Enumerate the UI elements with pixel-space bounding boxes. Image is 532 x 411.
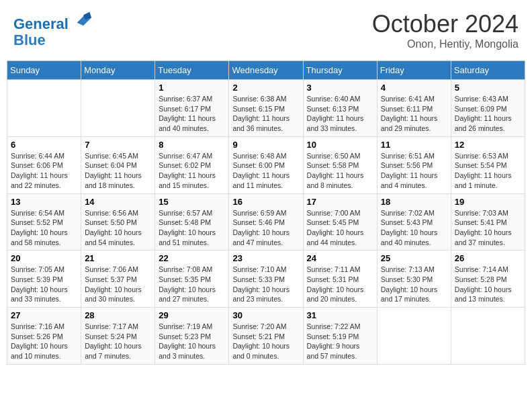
day-number: 10 xyxy=(307,140,373,150)
calendar-cell: 21Sunrise: 7:06 AM Sunset: 5:37 PM Dayli… xyxy=(81,250,155,308)
day-number: 6 xyxy=(11,140,77,150)
day-info: Sunrise: 7:17 AM Sunset: 5:24 PM Dayligh… xyxy=(85,322,151,361)
calendar-cell xyxy=(377,308,451,365)
day-number: 15 xyxy=(159,197,225,207)
calendar-cell: 6Sunrise: 6:44 AM Sunset: 6:06 PM Daylig… xyxy=(7,136,81,193)
calendar-cell: 17Sunrise: 7:00 AM Sunset: 5:45 PM Dayli… xyxy=(303,193,377,250)
day-number: 23 xyxy=(232,253,299,263)
day-number: 2 xyxy=(232,83,299,93)
calendar-cell: 12Sunrise: 6:53 AM Sunset: 5:54 PM Dayli… xyxy=(451,136,525,193)
calendar-cell: 16Sunrise: 6:59 AM Sunset: 5:46 PM Dayli… xyxy=(229,193,303,250)
calendar-cell: 25Sunrise: 7:13 AM Sunset: 5:30 PM Dayli… xyxy=(377,250,451,308)
week-row-2: 6Sunrise: 6:44 AM Sunset: 6:06 PM Daylig… xyxy=(7,136,525,193)
day-number: 7 xyxy=(85,140,151,150)
day-number: 28 xyxy=(85,310,151,320)
day-info: Sunrise: 6:54 AM Sunset: 5:52 PM Dayligh… xyxy=(11,208,77,248)
calendar-cell: 11Sunrise: 6:51 AM Sunset: 5:56 PM Dayli… xyxy=(377,136,451,193)
month-title: October 2024 xyxy=(372,10,519,38)
day-info: Sunrise: 7:16 AM Sunset: 5:26 PM Dayligh… xyxy=(11,322,77,361)
calendar-cell xyxy=(81,80,155,137)
calendar-cell: 9Sunrise: 6:48 AM Sunset: 6:00 PM Daylig… xyxy=(229,136,303,193)
calendar-cell: 15Sunrise: 6:57 AM Sunset: 5:48 PM Dayli… xyxy=(155,193,229,250)
calendar-cell xyxy=(7,80,81,137)
day-number: 18 xyxy=(381,197,447,207)
day-number: 30 xyxy=(232,310,299,320)
day-info: Sunrise: 6:53 AM Sunset: 5:54 PM Dayligh… xyxy=(455,151,521,191)
day-info: Sunrise: 7:02 AM Sunset: 5:43 PM Dayligh… xyxy=(381,208,447,248)
day-number: 16 xyxy=(232,197,299,207)
day-info: Sunrise: 7:20 AM Sunset: 5:21 PM Dayligh… xyxy=(232,322,299,361)
day-number: 5 xyxy=(455,83,521,93)
logo-general: General xyxy=(13,15,69,32)
weekday-header-row: SundayMondayTuesdayWednesdayThursdayFrid… xyxy=(7,61,525,80)
calendar-cell: 8Sunrise: 6:47 AM Sunset: 6:02 PM Daylig… xyxy=(155,136,229,193)
day-info: Sunrise: 7:08 AM Sunset: 5:35 PM Dayligh… xyxy=(159,265,225,304)
day-info: Sunrise: 7:03 AM Sunset: 5:41 PM Dayligh… xyxy=(455,208,521,248)
day-number: 13 xyxy=(11,197,77,207)
weekday-header-thursday: Thursday xyxy=(303,61,377,80)
logo-blue: Blue xyxy=(13,32,46,48)
day-info: Sunrise: 6:50 AM Sunset: 5:58 PM Dayligh… xyxy=(307,151,373,191)
day-number: 3 xyxy=(307,83,373,93)
day-info: Sunrise: 7:19 AM Sunset: 5:23 PM Dayligh… xyxy=(159,322,225,361)
logo-bird-icon xyxy=(74,10,93,29)
calendar-cell: 30Sunrise: 7:20 AM Sunset: 5:21 PM Dayli… xyxy=(229,308,303,365)
day-number: 22 xyxy=(159,253,225,263)
day-info: Sunrise: 7:10 AM Sunset: 5:33 PM Dayligh… xyxy=(232,265,299,304)
day-number: 12 xyxy=(455,140,521,150)
day-info: Sunrise: 6:40 AM Sunset: 6:13 PM Dayligh… xyxy=(307,94,373,134)
day-number: 21 xyxy=(85,253,151,263)
day-number: 26 xyxy=(455,253,521,263)
calendar-cell: 22Sunrise: 7:08 AM Sunset: 5:35 PM Dayli… xyxy=(155,250,229,308)
day-number: 24 xyxy=(307,253,373,263)
calendar-cell: 27Sunrise: 7:16 AM Sunset: 5:26 PM Dayli… xyxy=(7,308,81,365)
calendar-cell xyxy=(451,308,525,365)
calendar-cell: 31Sunrise: 7:22 AM Sunset: 5:19 PM Dayli… xyxy=(303,308,377,365)
page-header: General Blue October 2024 Onon, Hentiy, … xyxy=(7,7,525,54)
calendar-cell: 29Sunrise: 7:19 AM Sunset: 5:23 PM Dayli… xyxy=(155,308,229,365)
calendar-cell: 19Sunrise: 7:03 AM Sunset: 5:41 PM Dayli… xyxy=(451,193,525,250)
day-info: Sunrise: 7:13 AM Sunset: 5:30 PM Dayligh… xyxy=(381,265,447,304)
calendar-cell: 28Sunrise: 7:17 AM Sunset: 5:24 PM Dayli… xyxy=(81,308,155,365)
calendar-cell: 3Sunrise: 6:40 AM Sunset: 6:13 PM Daylig… xyxy=(303,80,377,137)
day-info: Sunrise: 6:45 AM Sunset: 6:04 PM Dayligh… xyxy=(85,151,151,191)
week-row-3: 13Sunrise: 6:54 AM Sunset: 5:52 PM Dayli… xyxy=(7,193,525,250)
calendar-cell: 26Sunrise: 7:14 AM Sunset: 5:28 PM Dayli… xyxy=(451,250,525,308)
day-number: 9 xyxy=(232,140,299,150)
weekday-header-friday: Friday xyxy=(377,61,451,80)
day-info: Sunrise: 7:22 AM Sunset: 5:19 PM Dayligh… xyxy=(307,322,373,361)
weekday-header-wednesday: Wednesday xyxy=(229,61,303,80)
day-info: Sunrise: 7:06 AM Sunset: 5:37 PM Dayligh… xyxy=(85,265,151,304)
calendar-table: SundayMondayTuesdayWednesdayThursdayFrid… xyxy=(7,60,525,365)
weekday-header-sunday: Sunday xyxy=(7,61,81,80)
calendar-cell: 4Sunrise: 6:41 AM Sunset: 6:11 PM Daylig… xyxy=(377,80,451,137)
day-info: Sunrise: 6:47 AM Sunset: 6:02 PM Dayligh… xyxy=(159,151,225,191)
day-info: Sunrise: 6:44 AM Sunset: 6:06 PM Dayligh… xyxy=(11,151,77,191)
day-info: Sunrise: 6:41 AM Sunset: 6:11 PM Dayligh… xyxy=(381,94,447,134)
title-block: October 2024 Onon, Hentiy, Mongolia xyxy=(372,10,519,50)
day-number: 25 xyxy=(381,253,447,263)
day-number: 8 xyxy=(159,140,225,150)
weekday-header-monday: Monday xyxy=(81,61,155,80)
logo: General Blue xyxy=(13,10,93,48)
calendar-cell: 5Sunrise: 6:43 AM Sunset: 6:09 PM Daylig… xyxy=(451,80,525,137)
day-number: 17 xyxy=(307,197,373,207)
calendar-cell: 14Sunrise: 6:56 AM Sunset: 5:50 PM Dayli… xyxy=(81,193,155,250)
calendar-cell: 13Sunrise: 6:54 AM Sunset: 5:52 PM Dayli… xyxy=(7,193,81,250)
calendar-cell: 18Sunrise: 7:02 AM Sunset: 5:43 PM Dayli… xyxy=(377,193,451,250)
day-info: Sunrise: 7:14 AM Sunset: 5:28 PM Dayligh… xyxy=(455,265,521,304)
calendar-cell: 10Sunrise: 6:50 AM Sunset: 5:58 PM Dayli… xyxy=(303,136,377,193)
calendar-cell: 20Sunrise: 7:05 AM Sunset: 5:39 PM Dayli… xyxy=(7,250,81,308)
day-info: Sunrise: 7:00 AM Sunset: 5:45 PM Dayligh… xyxy=(307,208,373,248)
calendar-cell: 7Sunrise: 6:45 AM Sunset: 6:04 PM Daylig… xyxy=(81,136,155,193)
day-info: Sunrise: 6:48 AM Sunset: 6:00 PM Dayligh… xyxy=(232,151,299,191)
week-row-4: 20Sunrise: 7:05 AM Sunset: 5:39 PM Dayli… xyxy=(7,250,525,308)
day-info: Sunrise: 6:57 AM Sunset: 5:48 PM Dayligh… xyxy=(159,208,225,248)
calendar-cell: 23Sunrise: 7:10 AM Sunset: 5:33 PM Dayli… xyxy=(229,250,303,308)
day-info: Sunrise: 7:11 AM Sunset: 5:31 PM Dayligh… xyxy=(307,265,373,304)
day-info: Sunrise: 6:56 AM Sunset: 5:50 PM Dayligh… xyxy=(85,208,151,248)
day-info: Sunrise: 6:43 AM Sunset: 6:09 PM Dayligh… xyxy=(455,94,521,134)
day-info: Sunrise: 6:38 AM Sunset: 6:15 PM Dayligh… xyxy=(232,94,299,134)
day-number: 11 xyxy=(381,140,447,150)
day-number: 1 xyxy=(159,83,225,93)
